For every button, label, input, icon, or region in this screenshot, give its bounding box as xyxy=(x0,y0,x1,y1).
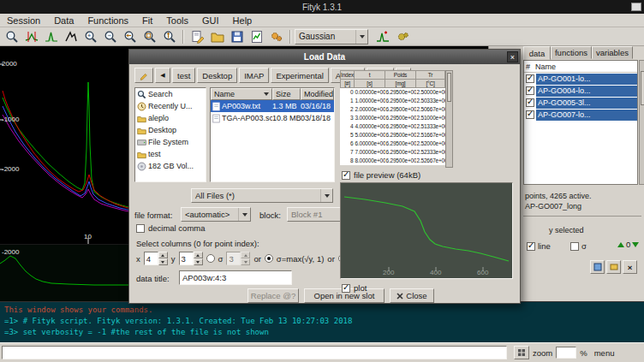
mode-activate-icon[interactable] xyxy=(62,28,80,45)
path-segment-test[interactable]: test xyxy=(172,68,195,83)
tab-data[interactable]: data xyxy=(523,46,551,60)
settings-gears-icon[interactable] xyxy=(267,28,285,45)
file-row-selected[interactable]: AP003w.txt 1.3 MB 03/16/18 xyxy=(211,100,334,112)
path-segment-imap[interactable]: IMAP xyxy=(239,68,269,83)
place-search[interactable]: Search xyxy=(135,88,206,100)
place-file-system[interactable]: File System xyxy=(135,136,206,148)
dialog-titlebar[interactable]: Load Data xyxy=(129,50,520,64)
dataset-name[interactable]: AP-GO001-lo... xyxy=(536,74,637,85)
delete-dataset-button[interactable]: × xyxy=(623,260,637,274)
dialog-close-icon[interactable]: × xyxy=(507,51,518,62)
tab-variables[interactable]: variables xyxy=(592,46,633,59)
script-editor-icon[interactable] xyxy=(188,28,206,45)
dataset-row[interactable]: AP-GO007-lo... xyxy=(524,109,637,121)
zoom-all-icon[interactable] xyxy=(140,28,158,45)
path-back-icon[interactable]: ◀ xyxy=(155,68,170,83)
chevron-down-icon[interactable] xyxy=(320,189,332,202)
menu-session[interactable]: Session xyxy=(0,15,47,27)
menu-tools[interactable]: Tools xyxy=(159,15,195,27)
th-index[interactable]: Index xyxy=(341,71,355,80)
menu-functions[interactable]: Functions xyxy=(80,15,135,27)
th-t[interactable]: t xyxy=(355,71,385,80)
command-input[interactable] xyxy=(2,346,507,359)
arrow-down-icon[interactable] xyxy=(632,242,639,247)
edit-style-icon[interactable] xyxy=(606,260,621,274)
th-tr[interactable]: Tr xyxy=(416,71,445,80)
dataset-row[interactable]: AP-GO001-lo... xyxy=(524,73,637,85)
column-header-name[interactable]: Name xyxy=(211,88,272,100)
open-file-icon[interactable] xyxy=(208,28,226,45)
replace-button[interactable]: Replace @? xyxy=(247,288,299,303)
spin-up-icon[interactable] xyxy=(241,252,250,258)
zoom-in-icon[interactable]: + xyxy=(81,28,99,45)
plot-checkbox[interactable] xyxy=(342,284,350,293)
sigma-checkbox[interactable] xyxy=(570,242,579,251)
menu-button[interactable]: menu xyxy=(594,348,615,358)
path-segment-desktop[interactable]: Desktop xyxy=(197,68,237,83)
y-column-spinner[interactable]: 3 xyxy=(179,252,203,265)
dataset-checkbox[interactable] xyxy=(526,74,534,83)
sigma-column-spinner[interactable]: 3 xyxy=(226,252,250,265)
x-column-spinner[interactable]: 4 xyxy=(144,252,168,265)
arrow-up-icon[interactable] xyxy=(617,242,624,247)
chevron-down-icon[interactable] xyxy=(238,208,250,221)
auto-add-peak-icon[interactable] xyxy=(373,28,391,45)
zoom-value-box[interactable] xyxy=(556,347,576,359)
shift-spinner[interactable]: 0 xyxy=(617,240,639,249)
spin-down-icon[interactable] xyxy=(241,258,250,265)
place-recently-used[interactable]: Recently U... xyxy=(135,100,206,112)
zoom-out-icon[interactable]: − xyxy=(101,28,119,45)
zoom-vertical-icon[interactable] xyxy=(160,28,178,45)
export-plot-icon[interactable] xyxy=(247,28,265,45)
place-test[interactable]: test xyxy=(135,148,206,160)
sigma-max-radio[interactable] xyxy=(265,254,273,263)
file-row[interactable]: TGA-AP003.sclprj 10.8 MB 03/18/18 xyxy=(211,112,334,124)
spin-up-icon[interactable] xyxy=(194,252,203,258)
preview-table-scrollbar[interactable] xyxy=(445,70,453,168)
file-filter-combo[interactable]: All Files (*) xyxy=(191,188,333,203)
file-preview-checkbox[interactable] xyxy=(342,171,350,180)
mode-add-peak-icon[interactable] xyxy=(42,28,60,45)
decimal-comma-toggle[interactable]: decimal comma xyxy=(136,223,206,233)
mode-zoom-icon[interactable] xyxy=(3,28,21,45)
file-preview-toggle[interactable]: file preview (64kB) xyxy=(342,170,420,180)
define-functions-icon[interactable] xyxy=(393,28,411,45)
column-header-modified[interactable]: Modified xyxy=(301,88,334,100)
sigma-column-radio[interactable] xyxy=(206,254,215,263)
dataset-name[interactable]: AP-GO004-lo... xyxy=(536,86,637,97)
close-button[interactable]: Close xyxy=(390,288,434,303)
dataset-row[interactable]: AP-GO004-lo... xyxy=(524,85,637,97)
zoom-label[interactable]: zoom xyxy=(533,348,552,358)
command-console[interactable]: This window shows your commands. =1> # F… xyxy=(0,301,644,342)
spin-up-icon[interactable] xyxy=(158,252,168,258)
type-location-icon[interactable] xyxy=(134,68,153,83)
file-format-combo[interactable]: <automatic> xyxy=(181,207,251,222)
peak-type-combo[interactable]: Gaussian xyxy=(295,29,368,45)
decimal-comma-checkbox[interactable] xyxy=(136,224,145,233)
dataset-row[interactable]: AP-GO005-3l... xyxy=(524,97,637,109)
menu-help[interactable]: Help xyxy=(226,15,259,27)
menu-fit[interactable]: Fit xyxy=(135,15,159,27)
line-checkbox[interactable] xyxy=(527,242,535,251)
chevron-down-icon[interactable] xyxy=(355,30,367,44)
plot-toggle[interactable]: plot xyxy=(342,283,367,293)
window-controls[interactable] xyxy=(631,3,641,11)
place-desktop[interactable]: Desktop xyxy=(135,124,206,136)
dataset-name[interactable]: AP-GO007-lo... xyxy=(536,110,637,121)
dataset-checkbox[interactable] xyxy=(526,98,534,107)
path-segment-experimental[interactable]: Experimental xyxy=(271,68,328,83)
column-header-size[interactable]: Size xyxy=(272,88,301,100)
dataset-checkbox[interactable] xyxy=(526,86,534,95)
dataset-checkbox[interactable] xyxy=(526,110,534,119)
copy-style-icon[interactable] xyxy=(590,260,605,274)
line-toggle[interactable]: line xyxy=(527,241,551,251)
menu-gui[interactable]: GUI xyxy=(195,15,226,27)
spin-down-icon[interactable] xyxy=(194,258,203,265)
dataset-list-scrollbar[interactable] xyxy=(639,60,644,185)
place-volume[interactable]: 182 GB Vol... xyxy=(135,160,206,172)
place-home[interactable]: aleplo xyxy=(135,112,206,124)
spin-down-icon[interactable] xyxy=(158,258,168,265)
mode-range-icon[interactable] xyxy=(22,28,40,45)
zoom-prev-icon[interactable] xyxy=(121,28,139,45)
grid-icon[interactable] xyxy=(514,346,529,359)
